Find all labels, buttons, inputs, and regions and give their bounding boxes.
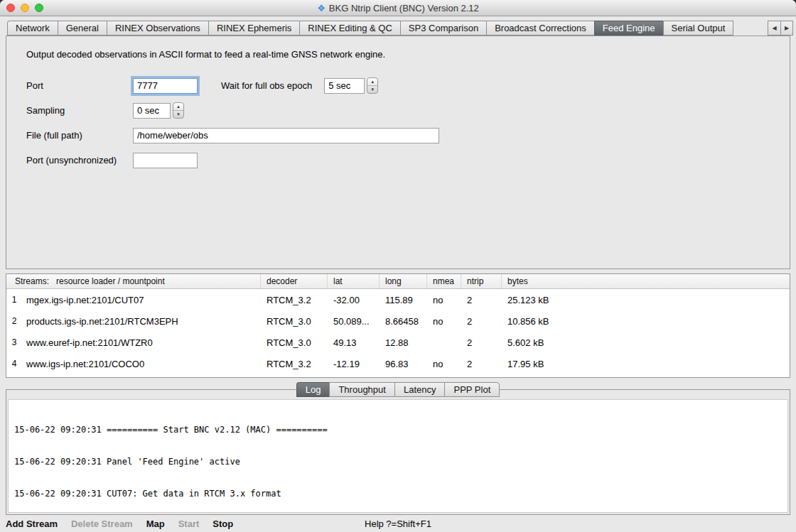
tab-rinex-editing-qc[interactable]: RINEX Editing & QC (299, 21, 400, 36)
stepper-down-icon[interactable]: ▼ (367, 86, 377, 93)
close-button[interactable] (6, 4, 15, 12)
stream-row[interactable]: 1 mgex.igs-ip.net:2101/CUT07 RTCM_3.2 -3… (6, 289, 790, 310)
cell-long: 8.66458 (380, 316, 427, 327)
cell-ntrip: 2 (461, 337, 502, 348)
help-text: Help ?=Shift+F1 (365, 519, 431, 529)
cell-long: 12.88 (380, 337, 427, 348)
header-lat: lat (328, 274, 380, 288)
header-long: long (380, 274, 427, 288)
window-title: ❖ BKG Ntrip Client (BNC) Version 2.12 (317, 3, 479, 13)
cell-bytes: 17.95 kB (502, 359, 790, 369)
delete-stream-button[interactable]: Delete Stream (71, 519, 133, 529)
tab-latency[interactable]: Latency (394, 382, 445, 397)
cell-nmea: no (427, 359, 461, 369)
tab-scroll-left-icon[interactable]: ◀ (768, 21, 780, 36)
tab-broadcast-corrections[interactable]: Broadcast Corrections (486, 21, 594, 36)
wait-epoch-label: Wait for full obs epoch (221, 80, 312, 91)
main-tabbar: Network General RINEX Observations RINEX… (0, 16, 796, 36)
port-input[interactable] (133, 78, 198, 94)
tab-scrollers: ◀ ▶ (768, 21, 793, 36)
port-unsync-input[interactable] (133, 153, 198, 168)
cell-long: 96.83 (380, 359, 427, 369)
cell-decoder: RTCM_3.2 (261, 359, 328, 369)
sampling-label: Sampling (26, 105, 133, 116)
wait-epoch-input[interactable] (324, 78, 365, 94)
tab-log[interactable]: Log (296, 382, 330, 397)
titlebar[interactable]: ❖ BKG Ntrip Client (BNC) Version 2.12 (0, 0, 796, 16)
header-nmea: nmea (427, 274, 461, 288)
header-mountpoint: Streams: resource loader / mountpoint (6, 274, 261, 288)
panel-description: Output decoded observations in ASCII for… (26, 49, 790, 60)
cell-long: 115.89 (380, 295, 427, 305)
cell-bytes: 10.856 kB (502, 316, 790, 327)
cell-lat: -12.19 (328, 359, 380, 369)
tab-rinex-observations[interactable]: RINEX Observations (107, 21, 208, 36)
cell-decoder: RTCM_3.0 (261, 337, 328, 348)
port-row: Port Wait for full obs epoch ▲ ▼ (26, 77, 790, 94)
header-decoder: decoder (261, 274, 328, 288)
row-number: 4 (6, 359, 22, 369)
stepper-up-icon[interactable]: ▲ (173, 103, 183, 111)
cell-bytes: 5.602 kB (502, 337, 790, 348)
traffic-lights (6, 4, 43, 12)
cell-mountpoint: mgex.igs-ip.net:2101/CUT07 (22, 295, 261, 305)
tab-rinex-ephemeris[interactable]: RINEX Ephemeris (208, 21, 299, 36)
cell-lat: 49.13 (328, 337, 380, 348)
add-stream-button[interactable]: Add Stream (6, 519, 58, 529)
feed-engine-panel: Output decoded observations in ASCII for… (6, 36, 790, 269)
row-number: 3 (6, 337, 22, 347)
cell-lat: -32.00 (328, 295, 380, 305)
minimize-button[interactable] (21, 4, 29, 12)
sampling-input[interactable] (133, 103, 171, 119)
tab-scroll-right-icon[interactable]: ▶ (780, 21, 793, 36)
log-tabbar: Log Throughput Latency PPP Plot (6, 382, 790, 397)
wait-epoch-stepper[interactable]: ▲ ▼ (367, 77, 378, 94)
tab-network[interactable]: Network (7, 21, 58, 36)
app-window: ❖ BKG Ntrip Client (BNC) Version 2.12 Ne… (0, 0, 796, 532)
tab-serial-output[interactable]: Serial Output (663, 21, 734, 36)
cell-lat: 50.089... (328, 316, 380, 327)
tab-feed-engine[interactable]: Feed Engine (594, 21, 663, 36)
file-row: File (full path) (26, 127, 790, 143)
window-title-text: BKG Ntrip Client (BNC) Version 2.12 (329, 3, 479, 13)
port-label: Port (26, 80, 133, 91)
app-icon: ❖ (317, 4, 326, 13)
zoom-button[interactable] (35, 4, 43, 12)
cell-bytes: 25.123 kB (502, 295, 790, 305)
log-line: 15-06-22 09:20:31 CUT07: Get data in RTC… (14, 489, 782, 499)
bottom-toolbar: Add Stream Delete Stream Map Start Stop … (0, 515, 796, 532)
tab-ppp-plot[interactable]: PPP Plot (444, 382, 500, 397)
tab-throughput[interactable]: Throughput (329, 382, 394, 397)
streams-table-header: Streams: resource loader / mountpoint de… (6, 274, 790, 289)
tab-sp3-comparison[interactable]: SP3 Comparison (400, 21, 486, 36)
port-unsync-row: Port (unsynchronized) (26, 152, 790, 168)
cell-mountpoint: products.igs-ip.net:2101/RTCM3EPH (22, 316, 261, 327)
streams-table: Streams: resource loader / mountpoint de… (6, 273, 790, 378)
stream-row[interactable]: 2 products.igs-ip.net:2101/RTCM3EPH RTCM… (6, 310, 790, 332)
sampling-stepper[interactable]: ▲ ▼ (173, 102, 184, 119)
cell-decoder: RTCM_3.0 (261, 316, 328, 327)
stream-row[interactable]: 3 www.euref-ip.net:2101/WTZR0 RTCM_3.0 4… (6, 332, 790, 353)
file-path-label: File (full path) (26, 130, 133, 141)
cell-mountpoint: www.euref-ip.net:2101/WTZR0 (22, 337, 261, 348)
cell-decoder: RTCM_3.2 (261, 295, 328, 305)
port-unsync-label: Port (unsynchronized) (26, 155, 133, 165)
tab-general[interactable]: General (58, 21, 107, 36)
row-number: 1 (6, 295, 22, 305)
file-path-input[interactable] (133, 128, 439, 143)
cell-ntrip: 2 (461, 359, 502, 369)
stepper-up-icon[interactable]: ▲ (367, 78, 377, 86)
cell-nmea: no (427, 316, 461, 327)
start-button[interactable]: Start (178, 519, 200, 529)
row-number: 2 (6, 316, 22, 326)
log-line: 15-06-22 09:20:31 Panel 'Feed Engine' ac… (14, 457, 782, 467)
map-button[interactable]: Map (146, 519, 165, 529)
stepper-down-icon[interactable]: ▼ (173, 111, 183, 118)
log-output[interactable]: 15-06-22 09:20:31 ========== Start BNC v… (8, 399, 788, 513)
log-line: 15-06-22 09:20:31 ========== Start BNC v… (14, 425, 782, 435)
cell-ntrip: 2 (461, 316, 502, 327)
stop-button[interactable]: Stop (213, 519, 233, 529)
stream-row[interactable]: 4 www.igs-ip.net:2101/COCO0 RTCM_3.2 -12… (6, 353, 790, 374)
log-tab-widget: Log Throughput Latency PPP Plot 15-06-22… (6, 382, 790, 515)
header-bytes: bytes (502, 274, 790, 288)
